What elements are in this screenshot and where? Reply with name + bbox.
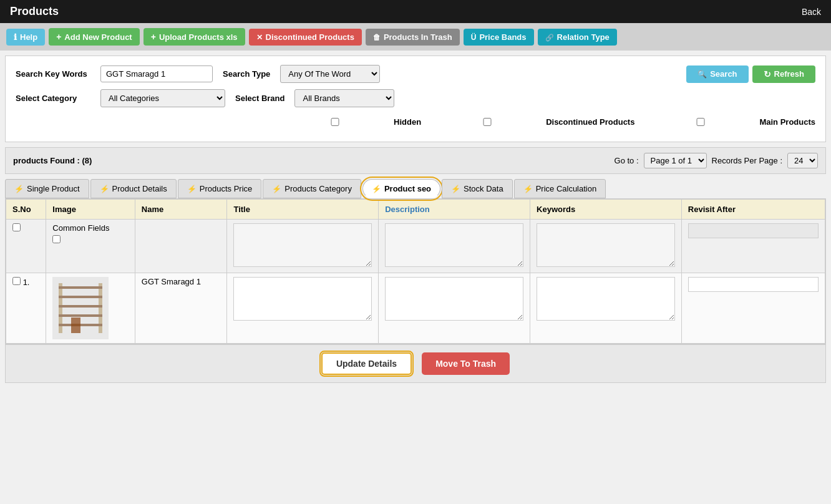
- cell-common-sno: [6, 220, 46, 273]
- x-icon: [256, 32, 263, 42]
- price-bands-button[interactable]: Price Bands: [464, 29, 534, 46]
- discontinued-products-button[interactable]: Discontinued Products: [249, 29, 362, 46]
- hidden-checkbox-label[interactable]: Hidden: [279, 117, 421, 127]
- search-area: Search Key Words Search Type Any Of The …: [5, 56, 826, 142]
- product-image-svg: [52, 277, 109, 339]
- tab-product-seo[interactable]: Product seo: [362, 179, 440, 198]
- page-select[interactable]: Page 1 of 1: [644, 153, 707, 168]
- col-image: Image: [46, 200, 135, 220]
- hidden-checkbox[interactable]: [279, 118, 391, 126]
- products-table-container: S.No Image Name Title Description Keywor…: [5, 198, 826, 344]
- goto-label: Go to :: [615, 156, 639, 165]
- cell-name: GGT Smaragd 1: [135, 273, 227, 344]
- svg-rect-6: [59, 314, 102, 317]
- move-to-trash-button[interactable]: Move To Trash: [422, 352, 510, 375]
- bottom-bar: Update Details Move To Trash: [5, 344, 826, 383]
- common-title-textarea[interactable]: [233, 223, 372, 267]
- search-button[interactable]: Search: [686, 65, 748, 83]
- records-per-page-label: Records Per Page :: [712, 156, 782, 165]
- row1-revisit-input[interactable]: [688, 277, 819, 292]
- help-button[interactable]: Help: [6, 29, 45, 46]
- main-products-checkbox[interactable]: [644, 118, 757, 126]
- refresh-icon: [764, 69, 771, 79]
- relation-type-button[interactable]: Relation Type: [538, 29, 617, 46]
- bolt-icon-4: [272, 184, 281, 193]
- col-sno: S.No: [6, 200, 46, 220]
- discontinued-checkbox-label[interactable]: Discontinued Products: [431, 117, 634, 127]
- link-icon: [545, 32, 554, 42]
- search-type-label: Search Type: [223, 69, 270, 79]
- cell-title: [227, 273, 379, 344]
- cell-image: [46, 273, 135, 344]
- tab-stock-data[interactable]: Stock Data: [442, 179, 513, 198]
- main-products-checkbox-label[interactable]: Main Products: [644, 117, 815, 127]
- col-title: Title: [227, 200, 379, 220]
- keywords-label: Search Key Words: [16, 69, 90, 79]
- brand-select[interactable]: All Brands: [294, 89, 394, 107]
- plus-icon-2: [151, 32, 156, 42]
- category-select[interactable]: All Categories: [100, 89, 225, 107]
- cell-description: [379, 273, 530, 344]
- common-description-textarea[interactable]: [385, 223, 523, 267]
- bolt-icon-3: [187, 184, 197, 193]
- cell-common-name: [135, 220, 227, 273]
- trash-icon: [373, 32, 381, 42]
- common-checkbox[interactable]: [12, 223, 21, 231]
- tab-products-price[interactable]: Products Price: [178, 179, 262, 198]
- u-icon: [471, 32, 477, 42]
- page-title: Products: [10, 5, 59, 18]
- table-row: 1.: [6, 273, 825, 344]
- col-description: Description: [379, 200, 530, 220]
- svg-rect-8: [71, 317, 80, 333]
- row1-keywords-textarea[interactable]: [537, 277, 675, 321]
- cell-revisit-after: [681, 273, 825, 344]
- product-image: [52, 277, 109, 339]
- tab-single-product[interactable]: Single Product: [5, 179, 89, 198]
- records-per-page-select[interactable]: 24 48 96: [787, 153, 818, 168]
- search-type-select[interactable]: Any Of The Word All Words Exact Phrase: [280, 65, 380, 83]
- common-keywords-textarea[interactable]: [537, 223, 675, 267]
- info-icon: [14, 32, 17, 42]
- brand-label: Select Brand: [235, 94, 284, 103]
- cell-sno: 1.: [6, 273, 46, 344]
- cell-common-revisit: [681, 220, 825, 273]
- products-in-trash-button[interactable]: Products In Trash: [366, 29, 460, 46]
- svg-rect-3: [59, 286, 102, 289]
- tab-price-calculation[interactable]: Price Calculation: [514, 179, 606, 198]
- upload-products-button[interactable]: Upload Products xls: [143, 28, 245, 46]
- bolt-icon-2: [100, 184, 109, 193]
- cell-common-description: [379, 220, 530, 273]
- pagination-controls: Go to : Page 1 of 1 Records Per Page : 2…: [615, 153, 818, 168]
- cell-common-title: [227, 220, 379, 273]
- row1-checkbox[interactable]: [12, 277, 21, 285]
- common-fields-image-checkbox[interactable]: [52, 235, 61, 243]
- refresh-button[interactable]: Refresh: [752, 65, 815, 83]
- common-revisit-input[interactable]: [688, 223, 819, 238]
- tab-products-category[interactable]: Products Category: [263, 179, 361, 198]
- add-new-product-button[interactable]: Add New Product: [49, 28, 140, 46]
- row1-title-textarea[interactable]: [233, 277, 372, 321]
- update-details-button[interactable]: Update Details: [321, 352, 412, 375]
- back-button[interactable]: Back: [802, 7, 821, 17]
- search-icon: [697, 69, 707, 79]
- toolbar: Help Add New Product Upload Products xls…: [0, 23, 831, 51]
- col-revisit-after: Revisit After: [681, 200, 825, 220]
- cell-keywords: [530, 273, 682, 344]
- header: Products Back: [0, 0, 831, 23]
- row1-description-textarea[interactable]: [385, 277, 523, 321]
- tabs-container: Single Product Product Details Products …: [5, 179, 826, 198]
- results-found: products Found : (8): [13, 156, 92, 165]
- bolt-icon-6: [451, 184, 460, 193]
- cell-common-image: Common Fields: [46, 220, 135, 273]
- search-keywords-input[interactable]: [100, 65, 213, 82]
- bolt-icon-1: [14, 184, 24, 193]
- discontinued-checkbox[interactable]: [431, 118, 543, 126]
- svg-rect-4: [59, 296, 102, 298]
- tab-product-details[interactable]: Product Details: [90, 179, 177, 198]
- table-row-common: Common Fields: [6, 220, 825, 273]
- plus-icon: [56, 32, 61, 42]
- results-bar: products Found : (8) Go to : Page 1 of 1…: [5, 147, 826, 174]
- category-label: Select Category: [16, 94, 90, 103]
- cell-common-keywords: [530, 220, 682, 273]
- svg-rect-5: [59, 305, 102, 308]
